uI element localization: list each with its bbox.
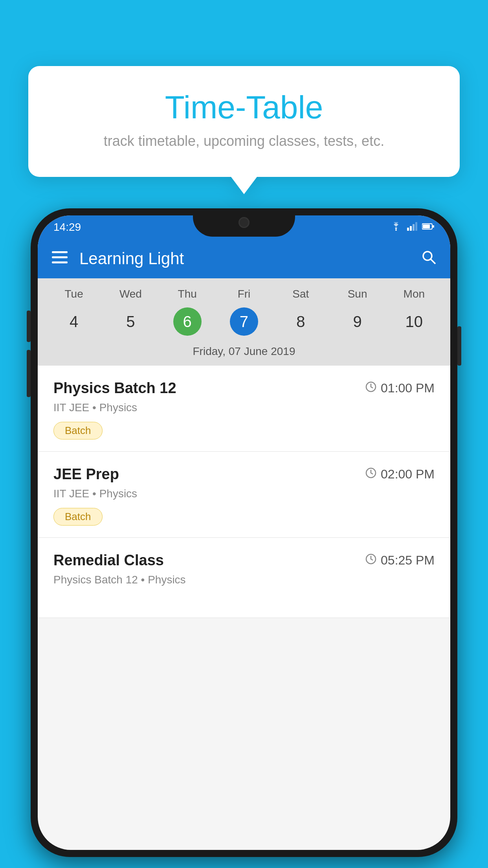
phone-mockup: 14:29 bbox=[31, 208, 457, 857]
battery-icon bbox=[422, 223, 435, 232]
status-icons bbox=[390, 221, 435, 234]
card-1-time: 01:00 PM bbox=[365, 381, 435, 396]
day-header-fri: Fri bbox=[216, 288, 272, 304]
card-1-title: Physics Batch 12 bbox=[53, 380, 176, 397]
svg-rect-3 bbox=[413, 224, 415, 231]
schedule-card-3[interactable]: Remedial Class 05:25 PM Physics Batch bbox=[38, 538, 450, 618]
schedule-card-2[interactable]: JEE Prep 02:00 PM IIT JEE • Physics bbox=[38, 452, 450, 538]
app-bar: Learning Light bbox=[38, 239, 450, 278]
date-10[interactable]: 10 bbox=[386, 307, 442, 336]
phone-camera bbox=[238, 217, 250, 228]
card-2-time: 02:00 PM bbox=[365, 467, 435, 482]
day-header-tue: Tue bbox=[46, 288, 102, 304]
card-3-title: Remedial Class bbox=[53, 552, 164, 569]
date-7-selected[interactable]: 7 bbox=[230, 307, 258, 336]
day-headers: Tue Wed Thu Fri Sat Sun Mon bbox=[38, 288, 450, 304]
date-6-today[interactable]: 6 bbox=[173, 307, 202, 336]
schedule-card-1[interactable]: Physics Batch 12 01:00 PM IIT JEE • P bbox=[38, 366, 450, 452]
day-header-mon: Mon bbox=[386, 288, 442, 304]
card-1-header: Physics Batch 12 01:00 PM bbox=[53, 380, 435, 397]
date-5[interactable]: 5 bbox=[102, 307, 159, 336]
clock-icon-3 bbox=[365, 553, 377, 568]
card-2-title: JEE Prep bbox=[53, 466, 119, 483]
svg-rect-2 bbox=[410, 226, 412, 231]
volume-up-button[interactable] bbox=[27, 311, 31, 342]
svg-rect-9 bbox=[52, 256, 68, 258]
svg-line-12 bbox=[431, 259, 435, 264]
tooltip-subtitle: track timetable, upcoming classes, tests… bbox=[60, 133, 428, 149]
schedule-list: Physics Batch 12 01:00 PM IIT JEE • P bbox=[38, 366, 450, 618]
search-button[interactable] bbox=[421, 250, 436, 268]
calendar-strip: Tue Wed Thu Fri Sat Sun Mon 4 5 6 7 8 9 … bbox=[38, 278, 450, 366]
phone-notch bbox=[193, 208, 295, 237]
tooltip-card: Time-Table track timetable, upcoming cla… bbox=[28, 66, 460, 177]
card-3-header: Remedial Class 05:25 PM bbox=[53, 552, 435, 569]
day-header-sun: Sun bbox=[329, 288, 385, 304]
svg-rect-10 bbox=[52, 261, 68, 263]
svg-point-11 bbox=[423, 252, 432, 260]
volume-down-button[interactable] bbox=[27, 350, 31, 397]
power-button[interactable] bbox=[457, 326, 461, 366]
card-2-header: JEE Prep 02:00 PM bbox=[53, 466, 435, 483]
wifi-icon bbox=[390, 221, 402, 234]
selected-date-label: Friday, 07 June 2019 bbox=[38, 342, 450, 366]
day-header-wed: Wed bbox=[102, 288, 159, 304]
card-2-subtitle: IIT JEE • Physics bbox=[53, 487, 435, 500]
date-4[interactable]: 4 bbox=[46, 307, 102, 336]
svg-point-0 bbox=[395, 229, 397, 231]
svg-rect-7 bbox=[433, 225, 434, 228]
signal-icon bbox=[407, 222, 417, 232]
card-3-subtitle: Physics Batch 12 • Physics bbox=[53, 574, 435, 586]
svg-rect-8 bbox=[52, 251, 68, 253]
svg-rect-1 bbox=[407, 228, 409, 231]
date-9[interactable]: 9 bbox=[329, 307, 385, 336]
card-1-subtitle: IIT JEE • Physics bbox=[53, 401, 435, 414]
hamburger-icon[interactable] bbox=[52, 250, 68, 267]
day-numbers: 4 5 6 7 8 9 10 bbox=[38, 304, 450, 342]
svg-rect-4 bbox=[415, 222, 417, 231]
day-header-sat: Sat bbox=[272, 288, 329, 304]
date-8[interactable]: 8 bbox=[272, 307, 329, 336]
tooltip-title: Time-Table bbox=[60, 90, 428, 125]
clock-icon-2 bbox=[365, 467, 377, 482]
clock-icon-1 bbox=[365, 381, 377, 396]
app-bar-title: Learning Light bbox=[79, 249, 421, 268]
card-1-badge: Batch bbox=[53, 422, 103, 440]
card-2-badge: Batch bbox=[53, 508, 103, 526]
phone-outer: 14:29 bbox=[31, 208, 457, 857]
phone-screen: 14:29 bbox=[38, 215, 450, 850]
svg-rect-6 bbox=[423, 224, 430, 228]
day-header-thu: Thu bbox=[159, 288, 216, 304]
card-3-time: 05:25 PM bbox=[365, 553, 435, 568]
status-time: 14:29 bbox=[53, 221, 81, 234]
